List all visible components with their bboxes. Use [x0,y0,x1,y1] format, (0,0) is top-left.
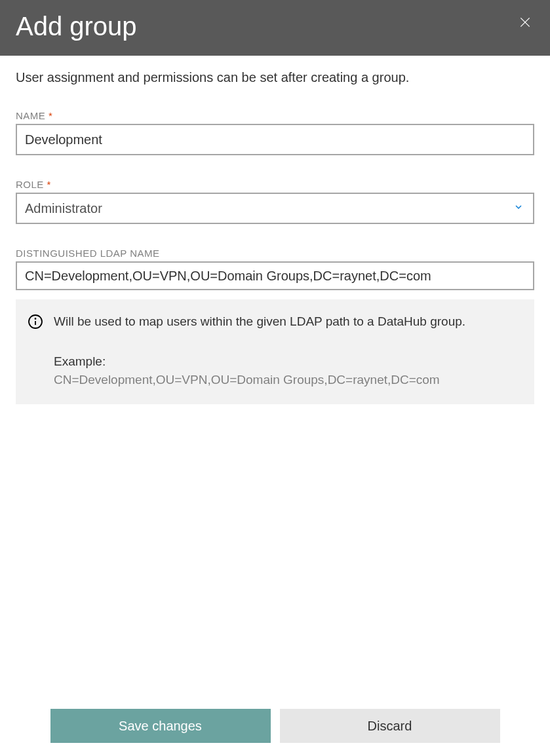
name-input[interactable] [16,124,534,155]
field-role: ROLE * Administrator [16,179,534,224]
dialog-content: User assignment and permissions can be s… [0,56,550,756]
save-button[interactable]: Save changes [50,709,271,743]
name-label-text: NAME [16,110,45,121]
info-example-label: Example: [54,352,465,371]
info-icon [28,314,43,330]
discard-button[interactable]: Discard [280,709,500,743]
info-content: Will be used to map users within the giv… [54,312,465,390]
close-button[interactable] [517,16,533,31]
required-indicator: * [47,179,51,190]
ldap-input[interactable] [16,261,534,290]
info-description: Will be used to map users within the giv… [54,312,465,331]
role-label-text: ROLE [16,179,44,190]
role-label: ROLE * [16,179,534,190]
ldap-label: DISTINGUISHED LDAP NAME [16,248,534,259]
info-box: Will be used to map users within the giv… [16,299,534,404]
field-name: NAME * [16,110,534,155]
role-select-wrap: Administrator [16,193,534,224]
svg-point-4 [35,318,36,319]
role-select[interactable]: Administrator [16,193,534,224]
required-indicator: * [49,110,52,121]
dialog-title: Add group [16,12,137,41]
name-label: NAME * [16,110,534,121]
dialog-header: Add group [0,0,550,56]
close-icon [519,16,532,31]
field-ldap: DISTINGUISHED LDAP NAME [16,248,534,290]
dialog-description: User assignment and permissions can be s… [16,70,534,85]
dialog-footer: Save changes Discard [16,709,534,756]
info-example-value: CN=Development,OU=VPN,OU=Domain Groups,D… [54,371,465,390]
